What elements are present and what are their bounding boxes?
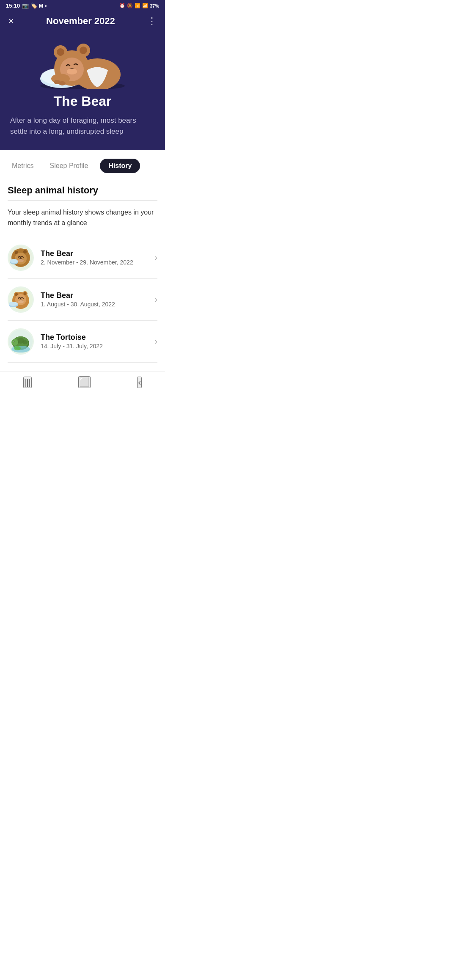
animal-date: 2. November - 29. November, 2022 (41, 259, 154, 266)
svg-point-25 (10, 259, 18, 263)
svg-point-46 (11, 346, 30, 352)
history-content: Sleep animal history Your sleep animal h… (0, 177, 165, 228)
top-bar: × November 2022 ⋮ (0, 11, 165, 34)
more-options-button[interactable]: ⋮ (146, 14, 158, 28)
animal-info: The Bear 2. November - 29. November, 202… (41, 249, 154, 266)
svg-point-23 (18, 259, 24, 262)
mute-icon: 🔕 (127, 3, 133, 8)
animal-list: The Bear 2. November - 29. November, 202… (0, 237, 165, 363)
animal-item[interactable]: The Bear 2. November - 29. November, 202… (8, 237, 157, 279)
time: 15:10 (6, 3, 20, 9)
section-title: Sleep animal history (8, 185, 157, 196)
alarm-icon: ⏰ (119, 3, 125, 8)
animal-item[interactable]: The Tortoise 14. July - 31. July, 2022 › (8, 321, 157, 363)
avatar (8, 328, 34, 355)
tab-metrics[interactable]: Metrics (8, 160, 38, 172)
nav-back-button[interactable]: ||| (23, 377, 32, 388)
wifi-icon: 📶 (135, 3, 140, 8)
tab-sleep-profile[interactable]: Sleep Profile (46, 160, 93, 172)
svg-point-14 (59, 81, 66, 85)
animal-name: The Tortoise (41, 333, 154, 342)
status-bar: 15:10 📷 🏷️ M • ⏰ 🔕 📶 📶 37% (0, 0, 165, 11)
svg-point-43 (11, 339, 18, 346)
close-button[interactable]: × (7, 14, 16, 28)
svg-point-45 (13, 341, 14, 342)
animal-date: 1. August - 30. August, 2022 (41, 301, 154, 308)
svg-point-42 (22, 340, 28, 344)
chevron-right-icon: › (154, 336, 157, 346)
tab-history[interactable]: History (100, 159, 140, 173)
hero-title: The Bear (54, 94, 112, 109)
chevron-right-icon: › (154, 253, 157, 262)
page-title: November 2022 (46, 16, 115, 27)
avatar (8, 245, 34, 271)
animal-name: The Bear (41, 249, 154, 258)
svg-point-36 (9, 302, 18, 306)
hero-section: The Bear After a long day of foraging, m… (0, 34, 165, 150)
animal-item[interactable]: The Bear 1. August - 30. August, 2022 › (8, 279, 157, 321)
signal-icon: 📶 (142, 3, 148, 8)
animal-info: The Bear 1. August - 30. August, 2022 (41, 291, 154, 308)
bottom-nav: ||| ⬜ ‹ (0, 371, 165, 393)
chevron-right-icon: › (154, 295, 157, 304)
battery-level: 37% (150, 3, 159, 8)
hero-description: After a long day of foraging, most bears… (10, 115, 155, 137)
svg-point-20 (23, 250, 27, 253)
animal-info: The Tortoise 14. July - 31. July, 2022 (41, 333, 154, 350)
animal-name: The Bear (41, 291, 154, 300)
section-divider (8, 200, 157, 201)
svg-point-11 (67, 69, 77, 74)
status-left: 15:10 📷 🏷️ M • (6, 3, 47, 9)
section-description: Your sleep animal history shows changes … (8, 207, 157, 228)
svg-point-31 (24, 292, 27, 295)
nav-recents-button[interactable]: ‹ (137, 377, 142, 388)
svg-point-8 (80, 47, 87, 54)
status-right: ⏰ 🔕 📶 📶 37% (119, 3, 159, 8)
animal-date: 14. July - 31. July, 2022 (41, 343, 154, 350)
avatar (8, 286, 34, 313)
nav-home-button[interactable]: ⬜ (78, 376, 91, 388)
svg-point-34 (18, 300, 24, 303)
svg-point-47 (14, 346, 21, 350)
tabs-container: Metrics Sleep Profile History (0, 150, 165, 177)
status-icons: 📷 🏷️ M • (22, 3, 47, 9)
svg-point-6 (57, 48, 64, 56)
bear-illustration (32, 34, 133, 89)
